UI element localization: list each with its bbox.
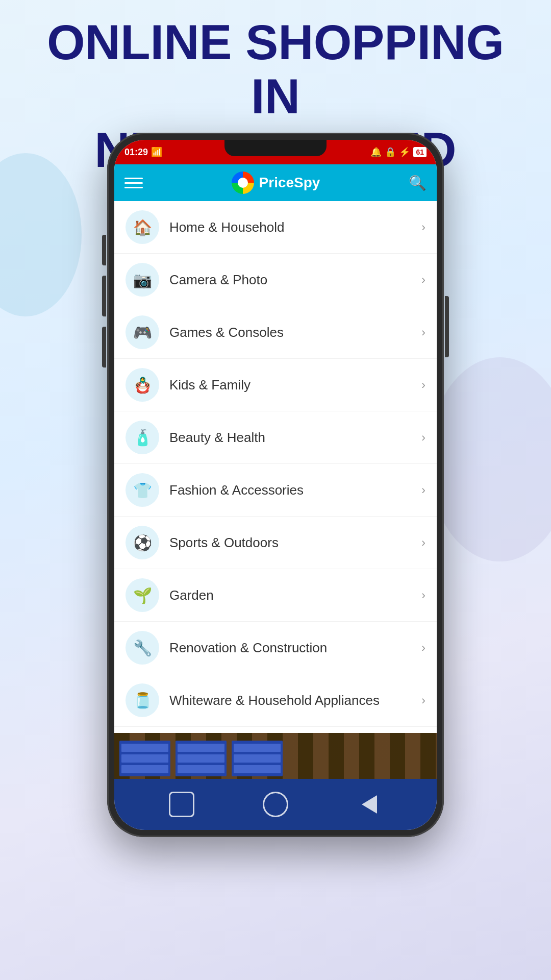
status-time: 01:29	[124, 147, 148, 158]
category-icon-garden: 🌱	[126, 578, 159, 612]
category-label-renovation-construction: Renovation & Construction	[169, 640, 421, 656]
title-line1: ONLINE SHOPPING IN	[47, 15, 504, 124]
category-icon-kids-family: 🪆	[126, 368, 159, 402]
shelf-row	[234, 765, 281, 773]
logo-circle	[232, 172, 254, 194]
search-button[interactable]: 🔍	[409, 175, 427, 191]
nav-square-button[interactable]	[169, 792, 194, 817]
shelf-3	[232, 741, 283, 776]
bottom-navigation	[114, 779, 437, 830]
status-signal: 📶	[151, 146, 162, 158]
category-chevron-fashion-accessories: ›	[421, 483, 425, 497]
bg-decoration-left	[0, 153, 82, 316]
notch	[224, 140, 327, 156]
shelf-2	[176, 741, 227, 776]
power-button	[445, 296, 449, 357]
shelf-row	[234, 754, 281, 763]
volume-up-button	[102, 276, 106, 316]
status-bluetooth: ⚡	[399, 146, 410, 158]
category-icon-whiteware-appliances: 🫙	[126, 683, 159, 717]
shelf-1	[119, 741, 170, 776]
warehouse-image	[114, 733, 437, 779]
category-item-games-consoles[interactable]: 🎮Games & Consoles›	[114, 306, 437, 359]
category-icon-beauty-health: 🧴	[126, 421, 159, 454]
menu-button[interactable]	[124, 174, 143, 192]
battery-indicator: 61	[413, 147, 427, 157]
category-icon-camera-photo: 📷	[126, 263, 159, 297]
category-icon-sports-outdoors: ⚽	[126, 526, 159, 559]
category-item-beauty-health[interactable]: 🧴Beauty & Health›	[114, 411, 437, 464]
category-label-kids-family: Kids & Family	[169, 377, 421, 393]
category-item-home-household[interactable]: 🏠Home & Household›	[114, 201, 437, 254]
app-header: PriceSpy 🔍	[114, 164, 437, 201]
logo-area: PriceSpy	[143, 172, 409, 194]
hamburger-line1	[124, 178, 143, 179]
category-chevron-beauty-health: ›	[421, 430, 425, 445]
status-wifi: 🔒	[385, 146, 396, 158]
category-chevron-camera-photo: ›	[421, 273, 425, 287]
app-name-label: PriceSpy	[259, 175, 320, 191]
category-item-whiteware-appliances[interactable]: 🫙Whiteware & Household Appliances›	[114, 674, 437, 727]
category-label-garden: Garden	[169, 587, 421, 603]
shelf-row	[178, 765, 224, 773]
hamburger-line2	[124, 182, 143, 184]
phone-frame: 01:29 📶 🔔 🔒 ⚡ 61 PriceSpy	[107, 133, 444, 837]
logo-inner	[238, 178, 248, 188]
volume-silent-button	[102, 235, 106, 265]
category-label-home-household: Home & Household	[169, 219, 421, 235]
category-chevron-whiteware-appliances: ›	[421, 693, 425, 707]
category-chevron-sports-outdoors: ›	[421, 535, 425, 550]
category-label-sports-outdoors: Sports & Outdoors	[169, 535, 421, 551]
category-label-beauty-health: Beauty & Health	[169, 430, 421, 446]
phone-screen: 01:29 📶 🔔 🔒 ⚡ 61 PriceSpy	[114, 140, 437, 830]
shelf-row	[178, 754, 224, 763]
hamburger-line3	[124, 187, 143, 188]
status-left: 01:29 📶	[124, 146, 162, 158]
category-label-games-consoles: Games & Consoles	[169, 325, 421, 340]
status-bell: 🔔	[370, 146, 382, 158]
category-chevron-garden: ›	[421, 588, 425, 602]
category-icon-renovation-construction: 🔧	[126, 631, 159, 665]
category-label-fashion-accessories: Fashion & Accessories	[169, 482, 421, 498]
shelf-row	[121, 765, 168, 773]
volume-down-button	[102, 327, 106, 368]
category-list: 🏠Home & Household›📷Camera & Photo›🎮Games…	[114, 201, 437, 779]
category-label-whiteware-appliances: Whiteware & Household Appliances	[169, 693, 421, 708]
category-icon-fashion-accessories: 👕	[126, 473, 159, 507]
category-chevron-renovation-construction: ›	[421, 641, 425, 655]
category-chevron-home-household: ›	[421, 220, 425, 234]
category-label-camera-photo: Camera & Photo	[169, 272, 421, 288]
shelf-row	[178, 744, 224, 752]
status-right: 🔔 🔒 ⚡ 61	[370, 146, 427, 158]
category-item-renovation-construction[interactable]: 🔧Renovation & Construction›	[114, 622, 437, 674]
category-item-garden[interactable]: 🌱Garden›	[114, 569, 437, 622]
nav-home-button[interactable]	[263, 792, 288, 817]
nav-back-triangle	[362, 795, 377, 814]
category-icon-games-consoles: 🎮	[126, 315, 159, 349]
bg-decoration-right	[429, 357, 551, 561]
nav-back-button[interactable]	[357, 792, 382, 817]
category-icon-home-household: 🏠	[126, 210, 159, 244]
category-chevron-kids-family: ›	[421, 378, 425, 392]
shelf-row	[121, 754, 168, 763]
category-item-sports-outdoors[interactable]: ⚽Sports & Outdoors›	[114, 517, 437, 569]
category-chevron-games-consoles: ›	[421, 325, 425, 339]
shelf-row	[121, 744, 168, 752]
shelf-row	[234, 744, 281, 752]
category-item-kids-family[interactable]: 🪆Kids & Family›	[114, 359, 437, 411]
category-item-camera-photo[interactable]: 📷Camera & Photo›	[114, 254, 437, 306]
warehouse-interior	[114, 733, 437, 779]
category-item-fashion-accessories[interactable]: 👕Fashion & Accessories›	[114, 464, 437, 517]
